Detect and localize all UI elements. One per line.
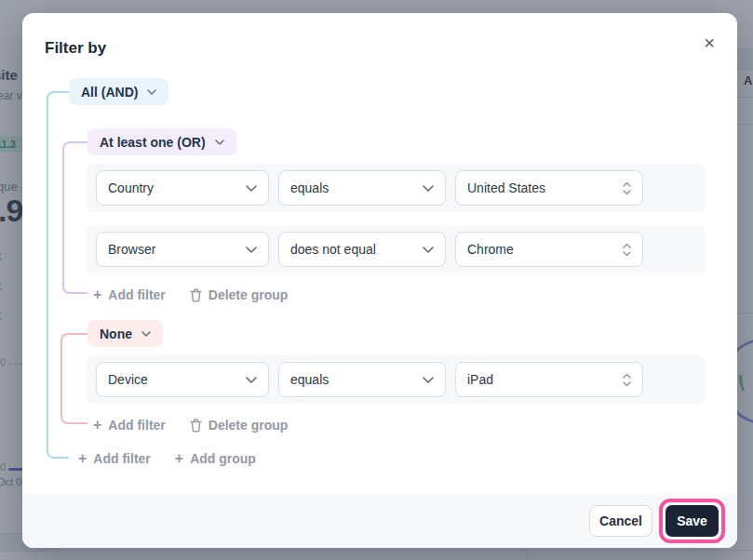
chevron-updown-icon bbox=[623, 243, 631, 257]
chevron-down-icon bbox=[423, 185, 434, 192]
chevron-down-icon bbox=[246, 185, 257, 192]
save-button[interactable]: Save bbox=[666, 505, 719, 537]
value-select[interactable]: iPad bbox=[455, 362, 643, 397]
add-filter-label: Add filter bbox=[93, 451, 150, 466]
field-select-value: Browser bbox=[108, 242, 155, 257]
filter-row: Device equals iPad bbox=[87, 355, 706, 404]
filter-modal: Filter by × All (AND) At least one (OR) … bbox=[22, 13, 737, 548]
field-select[interactable]: Device bbox=[96, 362, 269, 397]
none-group-operator-dropdown[interactable]: None bbox=[87, 320, 163, 347]
screen: site ear v 11.3 que .9K K K K 0 0 Oct 0 … bbox=[0, 0, 753, 560]
operator-select[interactable]: equals bbox=[278, 170, 446, 206]
field-select-value: Device bbox=[108, 372, 148, 387]
chevron-down-icon bbox=[141, 331, 151, 337]
operator-select[interactable]: does not equal bbox=[278, 232, 446, 267]
trash-icon bbox=[190, 288, 202, 302]
plus-icon: + bbox=[78, 452, 87, 465]
or-group-operator-label: At least one (OR) bbox=[100, 135, 206, 150]
add-filter-button[interactable]: + Add filter bbox=[78, 451, 151, 466]
operator-select-value: equals bbox=[290, 180, 329, 195]
plus-icon: + bbox=[93, 288, 101, 301]
modal-footer: Cancel Save bbox=[22, 494, 737, 548]
root-operator-dropdown[interactable]: All (AND) bbox=[69, 78, 168, 105]
delete-group-label: Delete group bbox=[208, 287, 289, 302]
plus-icon: + bbox=[93, 419, 101, 432]
add-filter-label: Add filter bbox=[108, 287, 165, 302]
field-select[interactable]: Country bbox=[96, 170, 269, 206]
delete-group-button[interactable]: Delete group bbox=[190, 287, 289, 302]
operator-select[interactable]: equals bbox=[278, 362, 446, 397]
modal-title: Filter by bbox=[45, 39, 106, 58]
value-select[interactable]: United States bbox=[455, 170, 643, 206]
value-select-value: iPad bbox=[467, 372, 493, 387]
chevron-updown-icon bbox=[623, 373, 631, 387]
add-group-button[interactable]: + Add group bbox=[175, 451, 256, 466]
field-select-value: Country bbox=[108, 180, 154, 195]
chevron-down-icon bbox=[215, 140, 224, 145]
delete-group-label: Delete group bbox=[208, 418, 289, 433]
filter-row: Browser does not equal Chrome bbox=[87, 225, 706, 273]
chevron-down-icon bbox=[246, 247, 257, 253]
or-group-bracket bbox=[62, 141, 87, 294]
filter-row: Country equals United States bbox=[87, 164, 706, 212]
add-filter-button[interactable]: + Add filter bbox=[93, 418, 166, 433]
chevron-down-icon bbox=[423, 377, 434, 383]
root-group-actions: + Add filter + Add group bbox=[78, 451, 256, 466]
chevron-updown-icon bbox=[623, 181, 631, 195]
none-group-operator-label: None bbox=[100, 327, 132, 341]
none-group-bracket bbox=[61, 333, 87, 424]
operator-select-value: does not equal bbox=[290, 242, 376, 257]
chevron-down-icon bbox=[423, 247, 434, 253]
chevron-down-icon bbox=[246, 377, 257, 383]
operator-select-value: equals bbox=[290, 372, 329, 387]
value-select-value: Chrome bbox=[467, 242, 514, 257]
field-select[interactable]: Browser bbox=[96, 232, 269, 267]
chevron-down-icon bbox=[147, 89, 156, 95]
or-group-actions: + Add filter Delete group bbox=[93, 287, 288, 302]
close-icon[interactable]: × bbox=[704, 33, 715, 52]
plus-icon: + bbox=[175, 452, 183, 465]
delete-group-button[interactable]: Delete group bbox=[190, 418, 289, 433]
cancel-button[interactable]: Cancel bbox=[589, 505, 652, 537]
none-group-actions: + Add filter Delete group bbox=[93, 418, 288, 433]
value-select-value: United States bbox=[467, 180, 545, 195]
add-filter-label: Add filter bbox=[108, 418, 165, 433]
or-group-operator-dropdown[interactable]: At least one (OR) bbox=[87, 128, 236, 155]
value-select[interactable]: Chrome bbox=[455, 232, 643, 267]
root-operator-label: All (AND) bbox=[81, 85, 138, 100]
add-filter-button[interactable]: + Add filter bbox=[93, 287, 166, 302]
save-highlight-ring: Save bbox=[659, 499, 725, 543]
trash-icon bbox=[190, 419, 202, 433]
add-group-label: Add group bbox=[190, 451, 256, 466]
